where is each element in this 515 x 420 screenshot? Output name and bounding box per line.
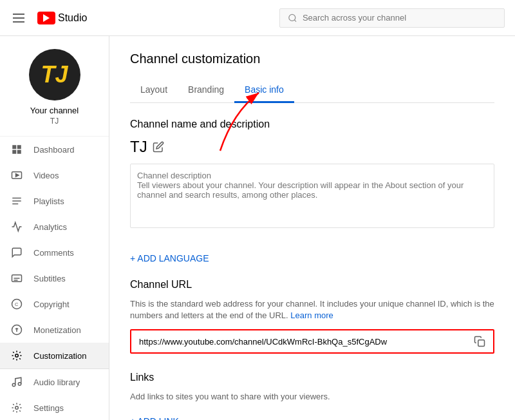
svg-point-21: [18, 383, 21, 386]
sidebar-item-dashboard-label: Dashboard: [33, 145, 75, 155]
svg-rect-3: [17, 145, 21, 149]
links-title: Links: [130, 372, 494, 383]
tab-layout[interactable]: Layout: [130, 77, 178, 102]
header: Studio: [0, 0, 515, 36]
sidebar-item-copyright-label: Copyright: [33, 300, 70, 309]
channel-handle-label: TJ: [50, 117, 59, 126]
sidebar-item-monetization-label: Monetization: [33, 325, 81, 335]
svg-rect-4: [12, 150, 16, 154]
sidebar-item-dashboard[interactable]: Dashboard: [0, 137, 109, 162]
links-subtitle: Add links to sites you want to share wit…: [130, 391, 494, 403]
sidebar-item-customization[interactable]: Customization: [0, 343, 109, 368]
sidebar-item-subtitles[interactable]: Subtitles: [0, 265, 109, 291]
sidebar-item-videos[interactable]: Videos: [0, 162, 109, 188]
search-icon: [288, 13, 297, 23]
copyright-icon: C: [10, 298, 23, 310]
description-textarea[interactable]: [130, 164, 494, 228]
section-links: Links Add links to sites you want to sha…: [130, 372, 494, 420]
tab-basic-info[interactable]: Basic info: [234, 77, 294, 102]
sidebar-item-copyright[interactable]: C Copyright: [0, 291, 109, 317]
sidebar-item-audio-label: Audio library: [33, 377, 80, 387]
content-with-arrow: Channel name and description TJ + ADD LA…: [130, 119, 494, 420]
add-link-button[interactable]: + ADD LINK: [130, 411, 494, 420]
content-inner: Channel customization Layout Branding Ba…: [109, 36, 515, 420]
sidebar: TJ Your channel TJ Dashboard Videos Play…: [0, 36, 109, 420]
header-left: Studio: [10, 11, 87, 25]
svg-rect-27: [478, 340, 485, 347]
hamburger-menu[interactable]: [10, 11, 27, 25]
edit-icon[interactable]: [153, 141, 164, 153]
svg-point-20: [12, 383, 15, 387]
copy-icon[interactable]: [474, 336, 485, 347]
page-title: Channel customization: [130, 52, 494, 66]
svg-rect-5: [17, 150, 21, 154]
add-language-label: + ADD LANGUAGE: [130, 253, 209, 263]
youtube-icon: [37, 12, 55, 24]
subtitles-icon: [10, 272, 23, 285]
channel-name-row: TJ: [130, 138, 494, 156]
comments-icon: [10, 246, 23, 259]
sidebar-item-comments[interactable]: Comments: [0, 240, 109, 265]
sidebar-item-playlists-label: Playlists: [33, 196, 64, 206]
sidebar-item-settings-label: Settings: [33, 403, 64, 413]
audio-icon: [10, 376, 23, 388]
svg-point-19: [15, 354, 19, 358]
svg-marker-7: [16, 174, 19, 177]
add-language-button[interactable]: + ADD LANGUAGE: [130, 248, 494, 269]
sidebar-item-analytics[interactable]: Analytics: [0, 214, 109, 240]
svg-rect-2: [12, 145, 16, 149]
channel-url-title: Channel URL: [130, 279, 494, 291]
section-channel-url: Channel URL This is the standard web add…: [130, 279, 494, 354]
sidebar-bottom: Audio library Settings Send feedback www…: [0, 368, 109, 420]
sidebar-item-monetization[interactable]: Monetization: [0, 317, 109, 343]
channel-info: TJ Your channel TJ: [0, 36, 109, 137]
channel-name-label: Your channel: [30, 106, 79, 115]
svg-point-22: [15, 406, 19, 410]
main-content: Channel customization Layout Branding Ba…: [109, 36, 515, 420]
sidebar-item-customization-label: Customization: [33, 351, 86, 361]
videos-icon: [10, 169, 23, 182]
search-bar[interactable]: [279, 8, 505, 28]
section-name-description: Channel name and description TJ: [130, 119, 494, 230]
tabs-bar: Layout Branding Basic info: [130, 77, 494, 103]
main-layout: TJ Your channel TJ Dashboard Videos Play…: [0, 36, 515, 420]
channel-url-box: https://www.youtube.com/channel/UCdkWmRc…: [130, 329, 494, 354]
channel-url-text: https://www.youtube.com/channel/UCdkWmRc…: [139, 337, 469, 347]
svg-line-1: [294, 19, 296, 21]
customization-icon: [10, 349, 23, 362]
avatar[interactable]: TJ: [29, 49, 80, 100]
sidebar-item-comments-label: Comments: [33, 248, 74, 258]
channel-name-display: TJ: [130, 138, 147, 156]
dashboard-icon: [10, 143, 23, 156]
tab-branding[interactable]: Branding: [178, 77, 234, 102]
learn-more-link[interactable]: Learn more: [290, 310, 333, 320]
search-input[interactable]: [303, 13, 496, 23]
avatar-initials: TJ: [41, 61, 68, 88]
svg-text:C: C: [15, 301, 19, 307]
playlists-icon: [10, 195, 23, 207]
analytics-icon: [10, 220, 23, 233]
monetization-icon: [10, 323, 23, 336]
svg-point-0: [289, 14, 295, 21]
sidebar-item-audio-library[interactable]: Audio library: [0, 369, 109, 395]
section-name-description-title: Channel name and description: [130, 119, 494, 130]
sidebar-item-videos-label: Videos: [33, 171, 59, 180]
sidebar-item-analytics-label: Analytics: [33, 222, 67, 232]
channel-url-subtitle: This is the standard web address for you…: [130, 298, 494, 321]
add-link-label: + ADD LINK: [130, 416, 179, 420]
sidebar-item-playlists[interactable]: Playlists: [0, 188, 109, 214]
studio-label: Studio: [58, 12, 87, 24]
sidebar-item-settings[interactable]: Settings: [0, 395, 109, 420]
sidebar-item-subtitles-label: Subtitles: [33, 274, 66, 283]
settings-icon: [10, 401, 23, 414]
youtube-studio-logo: Studio: [37, 12, 87, 24]
